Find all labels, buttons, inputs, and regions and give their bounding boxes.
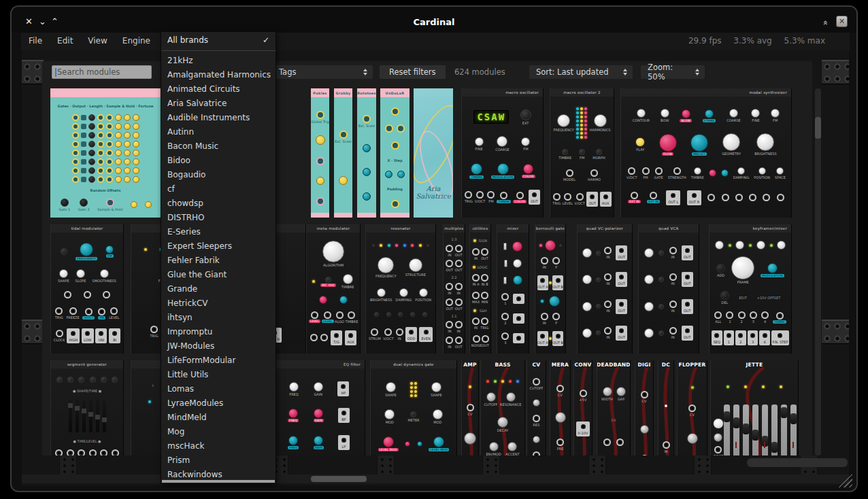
menu-item-edit[interactable]: Edit (50, 33, 80, 49)
slider[interactable] (771, 405, 778, 455)
module-card-deadband[interactable]: DEADBANDWIDTHGAPCV (597, 360, 631, 455)
module-card-macro-oscillator[interactable]: macro oscillatorCSAWEXTFINECOARSEFMTIMBR… (461, 88, 544, 218)
module-card-grabby[interactable]: GrabbyExt. Scale (334, 88, 352, 218)
slider-handle[interactable] (733, 417, 739, 428)
module-card-aria-art[interactable]: AriaSalvatrice (414, 88, 453, 218)
brand-menu-item-mindmeld[interactable]: MindMeld (161, 411, 276, 425)
module-card-bass-cv[interactable]: CVCUTOFFRESDECAY (527, 360, 546, 455)
slider[interactable] (752, 405, 758, 455)
rack-horizontal-scrollbar[interactable] (747, 458, 848, 467)
module-card-dc[interactable]: DCIN (658, 360, 674, 455)
module-card-quad-vca[interactable]: quad VCAINOUTINOUTINOUTINOUT (638, 224, 699, 354)
module-card-amp[interactable]: AMPCVIN (461, 360, 479, 455)
slider-handle[interactable] (88, 412, 93, 417)
brand-menu-item-mschack[interactable]: mscHack (161, 439, 276, 453)
toggle-switch[interactable] (504, 260, 507, 267)
module-card-jette[interactable]: JETTEEJECT (710, 360, 799, 455)
module-card-flopper[interactable]: FLOPPERCVIN (677, 360, 707, 455)
slider[interactable] (69, 400, 72, 432)
module-card-pokles[interactable]: PoklesGlobal Trig (311, 88, 329, 218)
module-card-undular[interactable]: UnDuLaRX · StepPadding (380, 88, 410, 218)
slider[interactable] (733, 405, 739, 455)
module-card-macro-oscillator-2[interactable]: macro oscillator 2FREQUENCYHARMONICSTIMB… (550, 88, 614, 218)
slider[interactable] (790, 405, 797, 455)
brand-menu-item-little-utils[interactable]: Little Utils (161, 368, 276, 382)
slider[interactable] (743, 405, 749, 455)
brand-menu-item-lyraemodules[interactable]: LyraeModules (161, 396, 276, 411)
brand-menu-item-distrho[interactable]: DISTRHO (161, 211, 276, 225)
toggle-switch[interactable] (503, 243, 507, 250)
module-card-bernoulli-gate[interactable]: bernoulli gateINPOUT AOUT BINPOUT AOUT B (535, 224, 566, 354)
brand-menu-item-chowdsp[interactable]: chowdsp (161, 196, 276, 211)
menu-item-view[interactable]: View (80, 33, 114, 49)
slider-handle[interactable] (781, 407, 787, 418)
brand-menu-item-bidoo[interactable]: Bidoo (161, 154, 276, 168)
search-input[interactable]: Search modules (52, 65, 152, 79)
slider[interactable] (96, 400, 99, 432)
slider[interactable] (103, 400, 106, 432)
module-card-dual-dynamics-gate[interactable]: dual dynamics gateSHAPESHAPEMODMETERMODL… (370, 360, 457, 455)
slider-handle[interactable] (68, 403, 73, 408)
brand-menu-item-all-brands[interactable]: All brands ✓ (161, 32, 276, 48)
module-card-resonator[interactable]: resonatorFREQUENCYSTRUCTUREBRIGHTNESSDAM… (365, 224, 436, 354)
horizontal-scrollbar-track[interactable] (22, 475, 849, 483)
brand-menu-item-prism[interactable]: Prism (161, 453, 276, 468)
x11-icon[interactable]: ✕ (836, 16, 848, 27)
brand-menu-item-expert-sleepers[interactable]: Expert Sleepers (161, 239, 276, 254)
toggle-switch[interactable] (503, 277, 507, 284)
sort-select[interactable]: Sort: Last updated (529, 65, 633, 79)
brand-menu-item-ihtsyn[interactable]: ihtsyn (161, 311, 276, 325)
module-card-bass[interactable]: BASSCUTOFFRESONANCEDECAYENVMODACCENTACCE… (480, 360, 525, 455)
brand-menu-item-autinn[interactable]: Autinn (161, 125, 276, 139)
brand-menu-item-21khz[interactable]: 21kHz (161, 54, 276, 68)
slider-handle[interactable] (75, 406, 80, 411)
slider-handle[interactable] (790, 413, 797, 424)
tags-select[interactable]: Tags (272, 65, 373, 79)
brand-menu-item-animated-circuits[interactable]: Animated Circuits (161, 82, 276, 97)
module-card-mera[interactable]: MERACVPRE (550, 360, 571, 455)
module-card-segment-generator[interactable]: segment generator● SHAPE/TIME ●● TIME/LE… (50, 360, 124, 455)
brand-menu-item-lifeformmodular[interactable]: LifeFormModular (161, 354, 276, 368)
slider[interactable] (82, 400, 86, 432)
vertical-scrollbar-thumb[interactable] (815, 117, 821, 139)
module-card-multiples[interactable]: multiples1:3INOUTOUTOUT2:2ININOUTOUT1:1I… (443, 224, 465, 354)
brand-menu-item-lomas[interactable]: Lomas (161, 382, 276, 396)
slider-handle[interactable] (752, 430, 758, 441)
slider[interactable] (724, 405, 730, 455)
brand-menu-item-bogaudio[interactable]: Bogaudio (161, 168, 276, 182)
module-card-meta-modulator[interactable]: meta modulatorALGORITHMINT. OSCTIMBRELEV… (306, 224, 361, 354)
brand-menu-item-impromptu[interactable]: Impromptu (161, 325, 276, 339)
slider[interactable] (762, 405, 768, 455)
zoom-select[interactable]: Zoom: 50% (641, 65, 705, 79)
brand-menu-item-e-series[interactable]: E-Series (161, 225, 276, 239)
vertical-scrollbar-track[interactable] (815, 88, 821, 455)
module-card-modal-synthesizer[interactable]: modal synthesizerCONTOURBOWBLOWSTRIKECOA… (620, 88, 792, 218)
brand-menu-item-fehler-fabrik[interactable]: Fehler Fabrik (161, 254, 276, 268)
slider-handle[interactable] (82, 409, 86, 413)
slider[interactable] (781, 405, 787, 455)
module-card-aria-matrix[interactable]: Gates · Output · Length · Sample & Hold … (50, 88, 161, 218)
module-card-rotatoes[interactable]: RotatoesExt. Scale (357, 88, 376, 218)
module-card-tidal-modulator[interactable]: tidal modulatorFREQUENCYFMSHAPESLOPESMOO… (50, 224, 124, 354)
brand-menu-item-aria-salvatrice[interactable]: Aria Salvatrice (161, 97, 276, 111)
brand-menu-item-glue-the-giant[interactable]: Glue the Giant (161, 268, 276, 282)
dropdown-scrollbar[interactable] (162, 480, 275, 483)
slider[interactable] (76, 400, 79, 432)
horizontal-scrollbar-thumb[interactable] (311, 476, 367, 482)
module-card-conv[interactable]: CONV+5V0-10V0-10V (573, 360, 592, 455)
brand-menu-item-cf[interactable]: cf (161, 182, 276, 196)
slider-handle[interactable] (95, 415, 100, 419)
slider-handle[interactable] (724, 411, 730, 422)
module-card-digi[interactable]: DIGICVANALOG (635, 360, 654, 455)
menu-item-file[interactable]: File (21, 33, 50, 49)
brand-menu-item-audible-instruments[interactable]: Audible Instruments (161, 111, 276, 125)
slider[interactable] (89, 400, 93, 432)
module-card-utilities[interactable]: utilitiesSIGNINOUTLOGICIN AIN BMAXMINS&H… (469, 224, 491, 354)
brand-menu-item-mog[interactable]: Mog (161, 425, 276, 439)
collapse-all-icon[interactable]: » (820, 20, 830, 26)
brand-menu-item-bacon-music[interactable]: Bacon Music (161, 139, 276, 154)
brand-menu-item-amalgamated-harmonics[interactable]: Amalgamated Harmonics (161, 68, 276, 82)
brand-menu-item-grande[interactable]: Grande (161, 282, 276, 296)
slider-handle[interactable] (743, 424, 749, 434)
slider-handle[interactable] (771, 442, 778, 453)
